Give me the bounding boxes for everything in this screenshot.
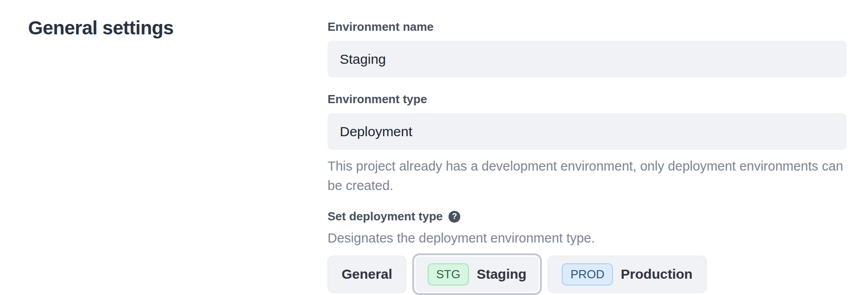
staging-badge: STG [428, 263, 469, 285]
environment-type-value: Deployment [340, 124, 412, 139]
environment-type-input[interactable]: Deployment [328, 113, 847, 150]
option-staging-button[interactable]: STG Staging [412, 253, 542, 295]
deployment-type-description: Designates the deployment environment ty… [328, 230, 847, 246]
help-icon-glyph: ? [452, 212, 457, 221]
set-deployment-type-row: Set deployment type ? [328, 209, 847, 224]
environment-name-value: Staging [340, 52, 386, 67]
environment-name-label: Environment name [328, 20, 847, 34]
option-staging-label: Staging [477, 266, 526, 282]
environment-settings-form: Environment name Staging Environment typ… [328, 20, 847, 295]
set-deployment-type-label: Set deployment type [328, 209, 443, 224]
environment-type-label: Environment type [328, 92, 847, 106]
deployment-type-options: General STG Staging PROD Production [328, 253, 847, 295]
environment-settings-page: General settings Environment name Stagin… [0, 0, 868, 295]
help-icon[interactable]: ? [448, 211, 460, 223]
environment-type-helper-text: This project already has a development e… [328, 157, 847, 195]
option-general-button[interactable]: General [328, 256, 406, 293]
option-general-label: General [342, 266, 392, 282]
settings-section-header: General settings [28, 17, 300, 39]
page-title: General settings [28, 17, 300, 39]
option-production-button[interactable]: PROD Production [548, 256, 706, 293]
option-production-label: Production [621, 266, 692, 282]
production-badge: PROD [562, 263, 613, 285]
environment-name-input[interactable]: Staging [328, 41, 847, 77]
